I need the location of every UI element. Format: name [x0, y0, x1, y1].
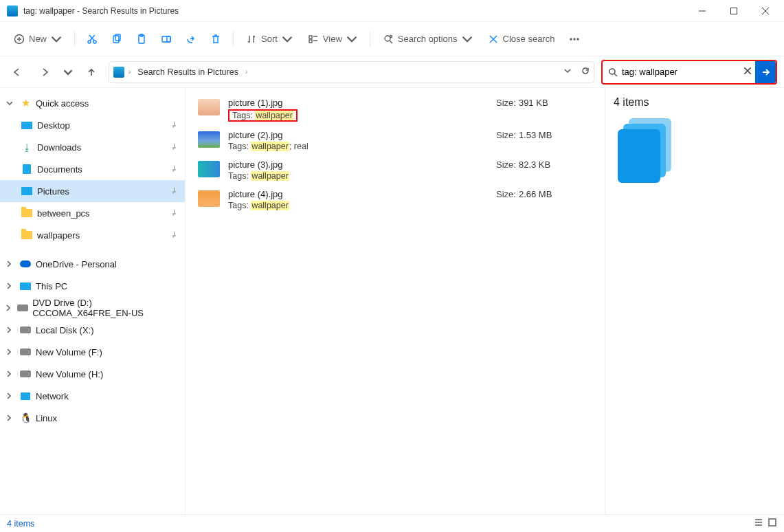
main: picture (1).jpg Tags: wallpaper Size:391…	[186, 88, 784, 514]
folder-icon	[113, 67, 124, 78]
file-tags: Tags: wallpaper	[228, 201, 488, 210]
file-name: picture (2).jpg	[228, 130, 488, 140]
sort-button[interactable]: Sort	[239, 30, 300, 49]
address-bar[interactable]: › Search Results in Pictures ›	[109, 61, 594, 83]
sidebar-item-pictures[interactable]: Pictures	[0, 180, 185, 202]
sidebar-item-label: wallpapers	[37, 230, 80, 241]
file-name: picture (4).jpg	[228, 189, 488, 199]
svg-rect-8	[162, 36, 170, 42]
refresh-button[interactable]	[581, 67, 590, 77]
chevron-down-icon	[51, 34, 62, 45]
forward-button[interactable]	[34, 62, 55, 82]
sidebar-item-label: Documents	[37, 164, 82, 175]
history-dropdown[interactable]	[62, 62, 74, 82]
separator	[74, 32, 75, 47]
pin-icon	[170, 142, 178, 153]
sidebar-item-downloads[interactable]: ⭳ Downloads	[0, 136, 185, 158]
file-row[interactable]: picture (1).jpg Tags: wallpaper Size:391…	[197, 93, 594, 126]
sidebar-item-label: New Volume (F:)	[36, 347, 102, 357]
search-box[interactable]	[603, 61, 755, 83]
sidebar-item-linux[interactable]: 🐧 Linux	[0, 407, 185, 429]
sidebar-quick-access[interactable]: ★ Quick access	[0, 92, 185, 114]
svg-rect-18	[769, 519, 776, 526]
file-tags: Tags: wallpaper; real	[228, 142, 488, 151]
search-icon	[608, 67, 618, 77]
close-search-button[interactable]: Close search	[481, 30, 562, 49]
folder-icon	[21, 207, 33, 219]
chevron-right-icon	[3, 304, 13, 311]
share-button[interactable]	[179, 30, 203, 49]
chevron-down-icon	[462, 34, 473, 45]
delete-button[interactable]	[204, 30, 227, 49]
file-name: picture (1).jpg	[228, 98, 488, 108]
sidebar-label: Quick access	[36, 98, 89, 109]
minimize-button[interactable]	[686, 0, 718, 22]
rename-button[interactable]	[155, 30, 178, 49]
up-button[interactable]	[81, 62, 102, 82]
maximize-button[interactable]	[718, 0, 750, 22]
sidebar-item-local-disk-x-[interactable]: Local Disk (X:)	[0, 319, 185, 341]
sidebar-item-label: Downloads	[37, 142, 81, 153]
search-options-button[interactable]: Search options	[376, 30, 480, 49]
sidebar-item-new-volume-f-[interactable]: New Volume (F:)	[0, 341, 185, 363]
sidebar-item-network[interactable]: Network	[0, 385, 185, 407]
sidebar-item-onedrive-personal[interactable]: OneDrive - Personal	[0, 253, 185, 275]
pin-icon	[170, 186, 178, 197]
linux-icon: 🐧	[19, 412, 32, 424]
sidebar-item-documents[interactable]: Documents	[0, 158, 185, 180]
file-thumbnail	[198, 190, 220, 207]
chevron-right-icon	[3, 392, 15, 399]
file-row[interactable]: picture (4).jpg Tags: wallpaper Size:2.6…	[197, 185, 594, 214]
search-go-button[interactable]	[755, 61, 776, 83]
svg-point-13	[390, 35, 392, 37]
sidebar-item-this-pc[interactable]: This PC	[0, 275, 185, 297]
file-name: picture (3).jpg	[228, 159, 488, 170]
search-options-label: Search options	[398, 34, 458, 44]
clear-search-button[interactable]	[743, 66, 752, 78]
sidebar-item-label: Desktop	[37, 120, 70, 131]
sidebar-item-dvd-drive-d-cccoma_x64fre_en-us[interactable]: DVD Drive (D:) CCCOMA_X64FRE_EN-US	[0, 297, 185, 319]
svg-point-2	[88, 41, 91, 43]
sidebar-item-wallpapers[interactable]: wallpapers	[0, 224, 185, 246]
pin-icon	[170, 120, 178, 131]
details-view-button[interactable]	[754, 518, 763, 529]
svg-point-3	[93, 41, 96, 43]
svg-point-16	[577, 38, 579, 40]
file-list: picture (1).jpg Tags: wallpaper Size:391…	[186, 88, 605, 514]
pin-icon	[170, 208, 178, 219]
file-tags: Tags: wallpaper	[228, 171, 488, 181]
sidebar-item-between_pcs[interactable]: between_pcs	[0, 202, 185, 224]
sidebar-item-desktop[interactable]: Desktop	[0, 114, 185, 136]
close-button[interactable]	[750, 0, 781, 22]
file-row[interactable]: picture (2).jpg Tags: wallpaper; real Si…	[197, 126, 594, 155]
pc-icon	[19, 280, 32, 292]
cloud-icon	[19, 258, 32, 270]
address-dropdown[interactable]	[563, 67, 572, 77]
cut-button[interactable]	[80, 30, 104, 49]
more-button[interactable]	[563, 30, 586, 49]
svg-rect-4	[113, 36, 119, 43]
folder-icon	[21, 229, 33, 241]
thumbnails-view-button[interactable]	[768, 518, 777, 529]
new-button[interactable]: New	[7, 30, 69, 49]
pin-icon	[170, 164, 178, 175]
file-tags: Tags: wallpaper	[228, 109, 298, 122]
svg-point-15	[574, 38, 575, 40]
view-button[interactable]: View	[301, 30, 364, 49]
chevron-down-icon	[346, 34, 357, 45]
svg-point-14	[570, 38, 572, 40]
download-icon: ⭳	[21, 141, 33, 153]
file-row[interactable]: picture (3).jpg Tags: wallpaper Size:82.…	[197, 155, 594, 185]
search-input[interactable]	[622, 67, 739, 77]
paste-button[interactable]	[130, 30, 153, 49]
details-pane: 4 items	[605, 88, 784, 514]
sort-label: Sort	[261, 34, 278, 44]
back-button[interactable]	[7, 62, 27, 82]
svg-rect-11	[309, 40, 312, 43]
sidebar-item-new-volume-h-[interactable]: New Volume (H:)	[0, 363, 185, 385]
copy-button[interactable]	[105, 30, 128, 49]
breadcrumb-location[interactable]: Search Results in Pictures	[135, 66, 241, 78]
app-icon	[7, 5, 18, 16]
content: ★ Quick access Desktop ⭳ Downloads Docum…	[0, 88, 784, 514]
sidebar-item-label: Network	[36, 391, 69, 401]
